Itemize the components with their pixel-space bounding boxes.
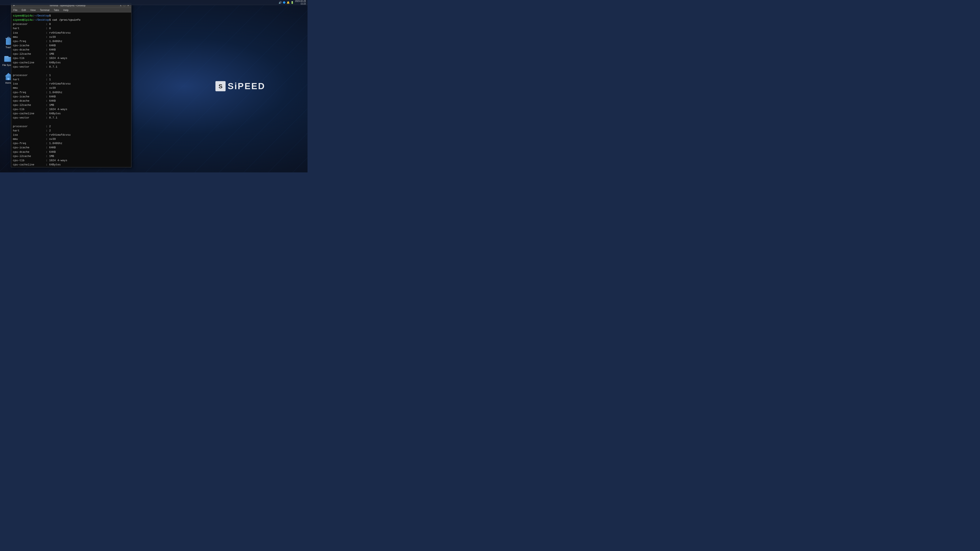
- taskbar: 🔊 🔷 🔔 🔋 2023-02-28 11:22: [0, 0, 307, 5]
- terminal-line: cpu-freq : 1.848Ghz: [13, 91, 129, 95]
- terminal-line: cpu-dcache : 64KB: [13, 150, 129, 154]
- svg-text:S: S: [219, 83, 223, 89]
- sipeed-logo-text: SiPEED: [228, 81, 265, 91]
- terminal-line: isa : rv64imafdcvsu: [13, 82, 129, 86]
- terminal-line: cpu-l2cache : 1MB: [13, 52, 129, 56]
- terminal-line: cpu-vector : 0.7.1: [13, 65, 129, 69]
- taskbar-system-icons: 🔊 🔷 🔔 🔋: [278, 1, 294, 4]
- menu-terminal[interactable]: Terminal: [39, 8, 50, 12]
- network-icon: 🔊: [278, 1, 282, 4]
- terminal-line: mmu : sv39: [13, 86, 129, 90]
- taskbar-date: 2023-02-28: [295, 0, 306, 3]
- terminal-line: processor : 1: [13, 73, 129, 78]
- sipeed-logo: S SiPEED: [215, 81, 265, 91]
- desktop: 🔊 🔷 🔔 🔋 2023-02-28 11:22: [0, 0, 307, 172]
- terminal-line: cpu-freq : 1.848Ghz: [13, 141, 129, 146]
- terminal-line: cpu-freq : 1.848Ghz: [13, 39, 129, 43]
- terminal-menubar: File Edit View Terminal Tabs Help: [11, 8, 131, 13]
- terminal-line: cpu-icache : 64KB: [13, 146, 129, 150]
- menu-help[interactable]: Help: [62, 8, 70, 12]
- trash-label: Trash: [5, 46, 11, 49]
- terminal-content[interactable]: sipeed@lpi4a:~/Desktop$ sipeed@lpi4a:~/D…: [11, 13, 131, 167]
- svg-rect-10: [7, 78, 10, 80]
- terminal-line: cpu-tlb : 1024 4-ways: [13, 158, 129, 163]
- terminal-line: cpu-icache : 64KB: [13, 43, 129, 48]
- terminal-line: cpu-vector : 0.7.1: [13, 116, 129, 120]
- terminal-line: isa : rv64imafdcvsu: [13, 133, 129, 137]
- terminal-line: hart : 0: [13, 26, 129, 31]
- taskbar-right: 🔊 🔷 🔔 🔋 2023-02-28 11:22: [278, 0, 307, 5]
- menu-edit[interactable]: Edit: [21, 8, 27, 12]
- menu-file[interactable]: File: [13, 8, 18, 12]
- taskbar-time: 11:22: [301, 3, 306, 5]
- terminal-line: processor : 2: [13, 124, 129, 129]
- terminal-line: cpu-cacheline : 64Bytes: [13, 111, 129, 116]
- terminal-line: cpu-l2cache : 1MB: [13, 103, 129, 107]
- menu-tabs[interactable]: Tabs: [53, 8, 60, 12]
- terminal-line: hart : 2: [13, 129, 129, 133]
- terminal-line: isa : rv64imafdcvsu: [13, 31, 129, 35]
- terminal-line: cpu-dcache : 64KB: [13, 99, 129, 103]
- terminal-line: cpu-cacheline : 64Bytes: [13, 163, 129, 167]
- battery-icon: 🔋: [291, 1, 294, 4]
- terminal-line: sipeed@lpi4a:~/Desktop$: [13, 14, 129, 18]
- terminal-line: cpu-tlb : 1024 4-ways: [13, 56, 129, 61]
- terminal-line: cpu-dcache : 64KB: [13, 48, 129, 52]
- svg-rect-11: [10, 74, 11, 76]
- sipeed-logo-icon: S: [215, 81, 226, 91]
- bluetooth-icon: 🔷: [283, 1, 286, 4]
- terminal-line: [13, 69, 129, 73]
- terminal-line: mmu : sv39: [13, 137, 129, 141]
- taskbar-datetime: 2023-02-28 11:22: [295, 0, 306, 5]
- terminal-line: cpu-cacheline : 64Bytes: [13, 61, 129, 65]
- terminal-line: mmu : sv39: [13, 35, 129, 39]
- home-label: Home: [5, 81, 11, 84]
- terminal-line: hart : 1: [13, 78, 129, 82]
- menu-view[interactable]: View: [29, 8, 37, 12]
- terminal-line: cpu-l2cache : 1MB: [13, 154, 129, 158]
- terminal-line: sipeed@lpi4a:~/Desktop$ cat /proc/cpuinf…: [13, 18, 129, 22]
- volume-icon: 🔔: [286, 1, 290, 4]
- terminal-line: cpu-tlb : 1024 4-ways: [13, 107, 129, 111]
- svg-rect-1: [8, 37, 9, 38]
- terminal-window[interactable]: ▶ Terminal - sipeed@lpi4a:~/Desktop ∧ □ …: [11, 3, 131, 167]
- terminal-line: cpu-icache : 64KB: [13, 95, 129, 99]
- terminal-line: processor : 0: [13, 22, 129, 26]
- terminal-line: [13, 120, 129, 124]
